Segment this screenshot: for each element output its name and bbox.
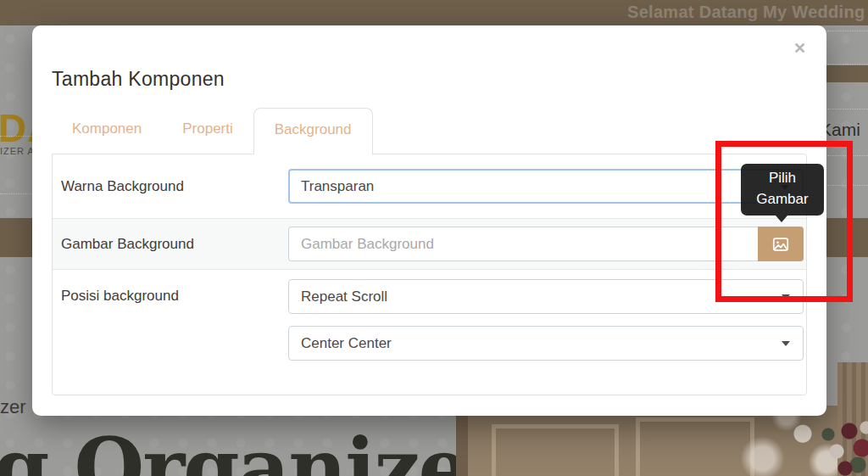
page-brown-band bbox=[822, 65, 868, 82]
photo-pillar bbox=[456, 406, 468, 476]
modal-tabs: Komponen Properti Background bbox=[52, 108, 807, 154]
separator-line bbox=[827, 31, 868, 31]
form-row-gambar-background: Gambar Background bbox=[53, 218, 806, 270]
separator-line bbox=[827, 185, 868, 186]
tab-properti[interactable]: Properti bbox=[162, 108, 253, 154]
separator-line bbox=[827, 155, 868, 156]
screen: Selamat Datang My Wedding DA IZER A Kami… bbox=[0, 0, 868, 476]
tooltip-line: Pilih bbox=[741, 167, 824, 188]
tooltip-line: Gambar bbox=[741, 188, 824, 210]
topbar: Selamat Datang My Wedding bbox=[0, 0, 868, 25]
chevron-down-icon bbox=[782, 294, 790, 300]
separator-line bbox=[827, 64, 868, 64]
image-icon bbox=[771, 235, 790, 254]
gambar-background-input[interactable] bbox=[288, 227, 758, 261]
flower-bouquet bbox=[790, 411, 868, 476]
field-label: Posisi background bbox=[61, 279, 288, 305]
modal-title: Tambah Komponen bbox=[52, 68, 225, 91]
pilih-gambar-tooltip: Pilih Gambar bbox=[741, 164, 824, 216]
selected-value: Repeat Scroll bbox=[301, 288, 387, 305]
gambar-background-input-group bbox=[288, 227, 804, 261]
separator-line bbox=[827, 109, 868, 109]
logo-tagline-fragment: IZER A bbox=[0, 146, 35, 156]
tab-panel-background: Warna Background Transparan Gambar Backg… bbox=[52, 154, 807, 395]
field-label: Gambar Background bbox=[61, 236, 288, 253]
welcome-text: Selamat Datang My Wedding bbox=[627, 3, 865, 22]
form-row-posisi-background: Posisi background Repeat Scroll Center C… bbox=[53, 270, 806, 372]
posisi-selects: Repeat Scroll Center Center bbox=[288, 279, 804, 372]
selected-value: Center Center bbox=[301, 335, 392, 352]
warna-background-select[interactable]: Transparan bbox=[288, 169, 804, 204]
posisi-repeat-select[interactable]: Repeat Scroll bbox=[288, 279, 804, 314]
selected-value: Transparan bbox=[301, 178, 374, 195]
form-row-warna-background: Warna Background Transparan bbox=[53, 154, 806, 218]
posisi-position-select[interactable]: Center Center bbox=[288, 326, 804, 361]
separator-line bbox=[0, 193, 32, 194]
tab-background[interactable]: Background bbox=[253, 108, 373, 154]
text-fragment: zer bbox=[0, 396, 26, 418]
hero-headline-fragment: g Organizer bbox=[0, 421, 509, 476]
chevron-down-icon bbox=[782, 341, 790, 346]
wedding-photo bbox=[468, 406, 868, 476]
close-icon[interactable]: ✕ bbox=[793, 41, 806, 56]
separator-line bbox=[0, 136, 32, 137]
tab-komponen[interactable]: Komponen bbox=[52, 108, 162, 154]
wall-panel bbox=[492, 424, 619, 476]
field-label: Warna Background bbox=[61, 178, 288, 195]
pilih-gambar-button[interactable] bbox=[758, 227, 804, 261]
tambah-komponen-modal: Tambah Komponen ✕ Komponen Properti Back… bbox=[32, 25, 826, 416]
curtain bbox=[837, 362, 868, 406]
